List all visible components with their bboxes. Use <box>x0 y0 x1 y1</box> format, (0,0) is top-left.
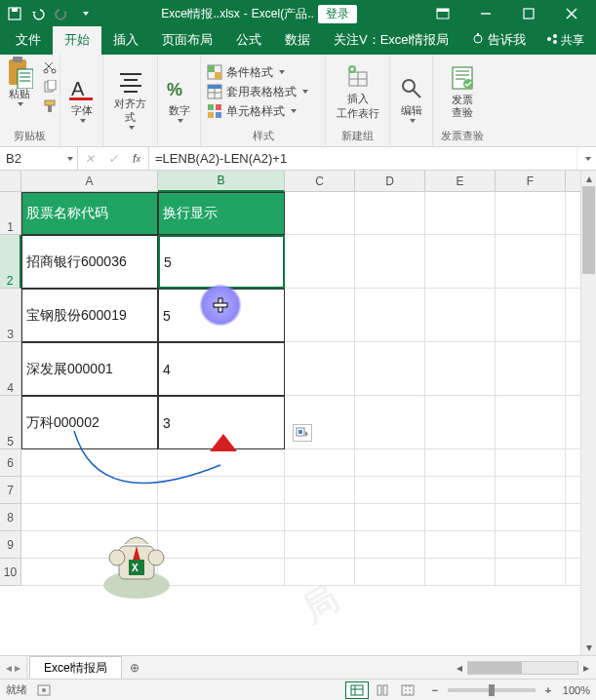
svg-rect-72 <box>402 685 414 695</box>
enter-formula-icon[interactable]: ✓ <box>101 152 125 166</box>
vscroll-thumb[interactable] <box>582 186 595 274</box>
cut-icon[interactable] <box>41 58 59 76</box>
cell-A4[interactable]: 深发展000001 <box>21 342 158 396</box>
spreadsheet-grid[interactable]: A B C D E F 1 股票名称代码 换行显示 2 招商银行600036 5… <box>0 171 596 586</box>
tab-home[interactable]: 开始 <box>53 26 101 55</box>
zoom-out-icon[interactable]: − <box>428 684 442 696</box>
cell-B3[interactable]: 5 <box>158 289 285 342</box>
invoice-button[interactable]: 发票 查验 <box>445 62 480 121</box>
row-header-3[interactable]: 3 <box>0 289 21 342</box>
tab-layout[interactable]: 页面布局 <box>150 26 224 55</box>
cell-C2[interactable] <box>285 235 355 289</box>
svg-point-22 <box>52 69 56 73</box>
font-group-button[interactable]: A字体 <box>64 73 99 125</box>
vertical-scrollbar[interactable]: ▴ ▾ <box>580 171 596 655</box>
row-header-8[interactable]: 8 <box>0 504 21 531</box>
tab-insert[interactable]: 插入 <box>101 26 150 55</box>
cell-A2[interactable]: 招商银行600036 <box>21 235 158 289</box>
horizontal-scrollbar[interactable]: ◂ ▸ <box>450 656 596 679</box>
hscroll-thumb[interactable] <box>468 662 522 674</box>
edit-group-button[interactable]: 编辑 <box>394 73 429 125</box>
cell-D1[interactable] <box>355 192 425 235</box>
row-header-10[interactable]: 10 <box>0 559 21 586</box>
conditional-format-button[interactable]: 条件格式 <box>205 63 310 82</box>
svg-rect-36 <box>215 72 221 79</box>
row-header-5[interactable]: 5 <box>0 396 21 449</box>
cell-C1[interactable] <box>285 192 355 235</box>
cell-B4[interactable]: 4 <box>158 342 285 396</box>
row-header-4[interactable]: 4 <box>0 342 21 396</box>
qat-customize-icon[interactable] <box>74 3 96 24</box>
formula-bar: B2 ✕ ✓ fx =LENB(A2)-LEN(A2)+1 <box>0 147 596 171</box>
tab-file[interactable]: 文件 <box>4 26 53 55</box>
number-group-button[interactable]: %数字 <box>162 73 197 125</box>
tab-formulas[interactable]: 公式 <box>224 26 273 55</box>
col-header-C[interactable]: C <box>285 171 355 192</box>
sheet-tab-active[interactable]: Excel情报局 <box>29 656 122 679</box>
zoom-thumb[interactable] <box>489 684 495 696</box>
add-sheet-icon[interactable]: ⊕ <box>122 656 147 679</box>
scroll-down-icon[interactable]: ▾ <box>581 640 596 655</box>
row-header-6[interactable]: 6 <box>0 449 21 477</box>
row-header-7[interactable]: 7 <box>0 477 21 504</box>
view-page-break-icon[interactable] <box>396 681 419 699</box>
cell-style-button[interactable]: 单元格样式 <box>205 102 310 121</box>
paste-button[interactable]: 粘贴 <box>2 57 37 108</box>
col-header-F[interactable]: F <box>496 171 566 192</box>
autofill-options-icon[interactable] <box>293 424 312 442</box>
expand-formula-bar-icon[interactable] <box>576 147 596 170</box>
svg-point-64 <box>148 550 164 565</box>
insert-cells-button[interactable]: 插入工作表行 <box>333 61 383 122</box>
table-header-b[interactable]: 换行显示 <box>158 192 285 235</box>
row-header-9[interactable]: 9 <box>0 531 21 559</box>
col-header-D[interactable]: D <box>355 171 425 192</box>
col-header-E[interactable]: E <box>425 171 496 192</box>
scroll-right-icon[interactable]: ▸ <box>578 661 594 675</box>
align-group-button[interactable]: 对齐方式 <box>107 66 153 131</box>
share-button[interactable]: 共享 <box>538 27 592 55</box>
login-button[interactable]: 登录 <box>318 5 357 23</box>
save-icon[interactable] <box>4 3 25 24</box>
view-normal-icon[interactable] <box>345 681 369 699</box>
cell-A3[interactable]: 宝钢股份600019 <box>21 289 158 342</box>
ribbon-display-options-icon[interactable] <box>422 0 463 27</box>
table-header-a[interactable]: 股票名称代码 <box>21 192 158 235</box>
table-format-button[interactable]: 套用表格格式 <box>205 83 310 101</box>
copy-icon[interactable] <box>41 78 59 96</box>
macro-record-icon[interactable] <box>37 684 51 696</box>
cell-B2[interactable]: 5 <box>158 235 285 289</box>
formula-input[interactable]: =LENB(A2)-LEN(A2)+1 <box>149 147 576 170</box>
format-painter-icon[interactable] <box>41 97 59 115</box>
minimize-icon[interactable] <box>465 0 506 27</box>
tab-tellme[interactable]: 告诉我 <box>460 26 537 55</box>
tab-custom[interactable]: 关注V：Excel情报局 <box>322 26 460 55</box>
svg-rect-14 <box>13 57 22 62</box>
zoom-in-icon[interactable]: + <box>541 684 555 696</box>
cell-F1[interactable] <box>496 192 566 235</box>
select-all-corner[interactable] <box>0 171 21 192</box>
row-header-1[interactable]: 1 <box>0 192 21 235</box>
close-icon[interactable] <box>551 0 592 27</box>
tab-data[interactable]: 数据 <box>273 26 322 55</box>
zoom-level[interactable]: 100% <box>563 684 590 696</box>
red-arrow-icon <box>210 434 237 451</box>
svg-point-11 <box>553 34 557 38</box>
col-header-B[interactable]: B <box>158 171 285 192</box>
row-header-2[interactable]: 2 <box>0 235 21 289</box>
scroll-up-icon[interactable]: ▴ <box>581 171 596 186</box>
redo-icon[interactable] <box>51 3 72 24</box>
undo-icon[interactable] <box>27 3 49 24</box>
view-page-layout-icon[interactable] <box>371 681 394 699</box>
maximize-icon[interactable] <box>508 0 549 27</box>
fx-icon[interactable]: fx <box>125 152 148 166</box>
cancel-formula-icon[interactable]: ✕ <box>78 152 101 166</box>
name-box[interactable]: B2 <box>0 147 78 170</box>
zoom-slider[interactable] <box>448 688 536 692</box>
cell-E1[interactable] <box>425 192 496 235</box>
col-header-A[interactable]: A <box>21 171 158 192</box>
sheet-nav[interactable]: ◂ ▸ <box>0 656 27 679</box>
svg-rect-24 <box>48 80 56 90</box>
cell-A5[interactable]: 万科000002 <box>21 396 158 449</box>
excel-hero-image: X <box>98 526 176 600</box>
scroll-left-icon[interactable]: ◂ <box>452 661 467 675</box>
